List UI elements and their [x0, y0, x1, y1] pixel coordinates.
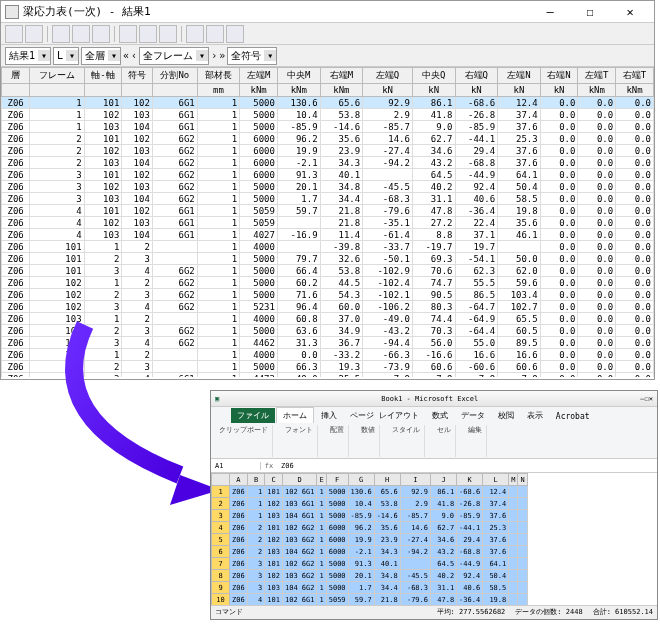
excel-cell[interactable]: 6000 [326, 522, 348, 534]
excel-cell[interactable] [518, 522, 527, 534]
col-header[interactable]: 符号 [122, 68, 153, 84]
filter-all-sign[interactable]: 全符号▾ [227, 47, 277, 65]
excel-cell[interactable]: 25.3 [483, 522, 509, 534]
ribbon-tab[interactable]: 表示 [521, 408, 549, 423]
excel-cell[interactable]: 103 6G2 [282, 534, 317, 546]
excel-row-header[interactable]: 4 [212, 522, 230, 534]
excel-cell[interactable]: 101 [265, 594, 283, 606]
nav-prev[interactable]: ‹ [131, 50, 137, 61]
excel-cell[interactable]: 101 [265, 486, 283, 498]
col-header[interactable]: 分割No [152, 68, 197, 84]
excel-cell[interactable]: 1 [247, 510, 265, 522]
col-header[interactable]: フレーム [30, 68, 84, 84]
table-row[interactable]: Z06103346G21446231.336.7-94.456.055.089.… [2, 337, 654, 349]
excel-cell[interactable]: 1 [317, 570, 326, 582]
tb-btn-10[interactable] [206, 25, 224, 43]
excel-cell[interactable]: -26.8 [457, 498, 483, 510]
excel-cell[interactable] [509, 546, 518, 558]
table-row[interactable]: Z0611011026G115000130.665.692.986.1-68.6… [2, 97, 654, 109]
excel-row[interactable]: 8Z063102103 6G21500020.134.8-45.540.292.… [212, 570, 528, 582]
excel-cell[interactable]: 103 [265, 582, 283, 594]
col-header[interactable]: 右端T [616, 68, 654, 84]
table-row[interactable]: Z06101346G21500066.453.8-102.970.662.362… [2, 265, 654, 277]
excel-row-header[interactable]: 6 [212, 546, 230, 558]
excel-col-header[interactable]: M [509, 474, 518, 486]
table-row[interactable]: Z0621031046G216000-2.134.3-94.243.2-68.8… [2, 157, 654, 169]
ribbon-tab[interactable]: 数式 [426, 408, 454, 423]
ribbon-tab[interactable]: 校閲 [492, 408, 520, 423]
table-row[interactable]: Z0621011026G21600096.235.614.662.7-44.12… [2, 133, 654, 145]
table-row[interactable]: Z0641011026G11505959.721.8-79.647.8-36.4… [2, 205, 654, 217]
excel-cell[interactable]: 104 6G1 [282, 510, 317, 522]
excel-cell[interactable] [509, 594, 518, 606]
filter-result[interactable]: 結果1▾ [5, 47, 51, 65]
excel-cell[interactable]: 102 6G2 [282, 558, 317, 570]
excel-cell[interactable]: 37.6 [483, 534, 509, 546]
excel-cell[interactable] [509, 510, 518, 522]
excel-cell[interactable]: 1 [317, 558, 326, 570]
excel-cell[interactable]: 104 6G2 [282, 546, 317, 558]
table-row[interactable]: Z0641031046G114027-16.911.4-61.48.837.14… [2, 229, 654, 241]
excel-cell[interactable]: 64.5 [431, 558, 457, 570]
close-button[interactable]: ✕ [610, 2, 650, 22]
col-header[interactable]: 中央M [277, 68, 320, 84]
excel-cell[interactable] [518, 534, 527, 546]
excel-cell[interactable]: 91.3 [348, 558, 374, 570]
tb-btn-11[interactable] [226, 25, 244, 43]
ribbon-tab[interactable]: データ [455, 408, 491, 423]
excel-cell[interactable] [509, 498, 518, 510]
excel-cell[interactable]: 101 [265, 522, 283, 534]
excel-row[interactable]: 7Z063101102 6G21500091.340.164.5-44.964.… [212, 558, 528, 570]
excel-cell[interactable]: -36.4 [457, 594, 483, 606]
excel-cell[interactable]: 1.7 [348, 582, 374, 594]
tb-btn-5[interactable] [92, 25, 110, 43]
excel-row-header[interactable]: 5 [212, 534, 230, 546]
excel-cell[interactable] [400, 558, 430, 570]
excel-row-header[interactable]: 10 [212, 594, 230, 606]
excel-col-header[interactable]: A [230, 474, 248, 486]
excel-cell[interactable] [509, 558, 518, 570]
excel-cell[interactable]: -79.6 [400, 594, 430, 606]
excel-col-header[interactable]: C [265, 474, 283, 486]
ribbon-tab[interactable]: 挿入 [315, 408, 343, 423]
excel-cell[interactable]: 4 [247, 594, 265, 606]
excel-cell[interactable]: 92.4 [457, 570, 483, 582]
excel-col-header[interactable]: D [282, 474, 317, 486]
excel-cell[interactable]: 37.6 [483, 546, 509, 558]
excel-cell[interactable]: 1 [317, 534, 326, 546]
excel-cell[interactable]: Z06 [230, 582, 248, 594]
nav-first[interactable]: « [123, 50, 129, 61]
excel-cell[interactable]: 14.6 [400, 522, 430, 534]
excel-cell[interactable] [509, 534, 518, 546]
excel-cell[interactable]: 50.4 [483, 570, 509, 582]
filter-all-layer[interactable]: 全層▾ [81, 47, 121, 65]
table-row[interactable]: Z0631031046G2150001.734.4-68.331.140.658… [2, 193, 654, 205]
excel-cell[interactable] [518, 546, 527, 558]
excel-cell[interactable]: 2 [247, 522, 265, 534]
col-header[interactable]: 中央Q [412, 68, 455, 84]
excel-cell[interactable]: 1 [317, 546, 326, 558]
excel-col-header[interactable]: F [326, 474, 348, 486]
excel-cell[interactable]: 102 [265, 570, 283, 582]
ribbon-group[interactable]: 数値 [357, 425, 380, 457]
excel-cell[interactable]: 21.8 [374, 594, 400, 606]
excel-cell[interactable]: 29.4 [457, 534, 483, 546]
excel-cell[interactable] [509, 522, 518, 534]
table-row[interactable]: Z06103236G21500063.634.9-43.270.3-64.460… [2, 325, 654, 337]
excel-cell[interactable]: -45.5 [400, 570, 430, 582]
excel-cell[interactable]: 103 6G2 [282, 570, 317, 582]
excel-cell[interactable]: -85.7 [400, 510, 430, 522]
excel-cell[interactable]: 20.1 [348, 570, 374, 582]
excel-cell[interactable]: 43.2 [431, 546, 457, 558]
ribbon-tab[interactable]: ホーム [276, 407, 314, 423]
excel-cell[interactable]: 59.7 [348, 594, 374, 606]
maximize-button[interactable]: ☐ [570, 2, 610, 22]
tb-btn-3[interactable] [52, 25, 70, 43]
excel-cell[interactable]: 19.8 [483, 594, 509, 606]
ribbon-group[interactable]: フォント [281, 425, 318, 457]
excel-cell[interactable]: -85.9 [457, 510, 483, 522]
excel-cell[interactable]: 19.9 [348, 534, 374, 546]
tb-btn-6[interactable] [119, 25, 137, 43]
table-row[interactable]: Z0610412140000.0-33.2-66.3-16.616.616.60… [2, 349, 654, 361]
excel-col-header[interactable]: I [400, 474, 430, 486]
